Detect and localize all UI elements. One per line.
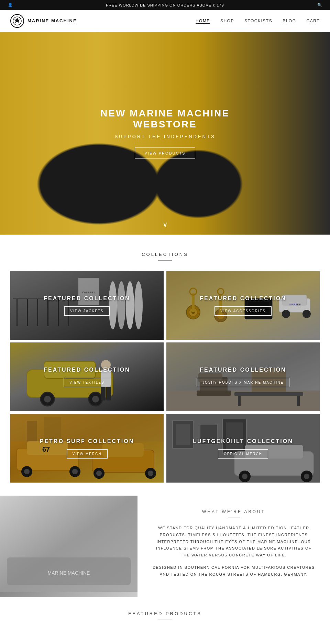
collection-joshy-label: FEATURED COLLECTION <box>200 367 286 373</box>
collection-textiles-label: FEATURED COLLECTION <box>44 367 130 373</box>
collection-jackets-overlay: FEATURED COLLECTION VIEW JACKETS <box>10 271 164 340</box>
collection-textiles-overlay: FEATURED COLLECTION VIEW TEXTILES <box>10 342 164 411</box>
collection-luftge-label: LUFTGEKÜHLT COLLECTION <box>193 438 293 444</box>
view-textiles-button[interactable]: VIEW TEXTILES <box>64 378 110 387</box>
about-photo: MARINE MACHINE <box>0 496 138 592</box>
collections-section: COLLECTIONS <box>0 235 330 493</box>
collection-petro-label: PETRO SURF COLLECTION <box>40 438 134 444</box>
collection-accessories-label: FEATURED COLLECTION <box>200 295 286 302</box>
view-accessories-button[interactable]: VIEW ACCESSORIES <box>214 306 272 316</box>
site-header: MARINE MACHINE HOME SHOP STOCKISTS BLOG … <box>0 10 330 32</box>
collection-joshy[interactable]: FEATURED COLLECTION JOSHY ROBOTS X MARIN… <box>166 342 320 411</box>
about-section: MARINE MACHINE WHAT WE'RE ABOUT WE STAND… <box>0 496 330 597</box>
nav-blog[interactable]: BLOG <box>283 19 296 23</box>
about-image: MARINE MACHINE <box>0 496 138 597</box>
hero-section: NEW MARINE MACHINE WEBSTORE SUPPORT THE … <box>0 32 330 235</box>
collections-divider <box>158 260 172 261</box>
logo-icon <box>10 14 24 28</box>
main-nav: HOME SHOP STOCKISTS BLOG CART <box>196 19 320 24</box>
featured-products-section: FEATURED PRODUCTS <box>0 597 330 637</box>
svg-text:MARINE MACHINE: MARINE MACHINE <box>48 570 90 576</box>
about-para2: DESIGNED IN SOUTHERN CALIFORNIA FOR MULT… <box>151 564 316 578</box>
collections-title: COLLECTIONS <box>10 252 320 257</box>
top-bar: 👤 FREE WORLDWIDE SHIPPING ON ORDERS ABOV… <box>0 0 330 10</box>
collection-petro[interactable]: 67 PETRO SURF COLLECTION VIEW MERCH <box>10 414 164 483</box>
collection-jackets-label: FEATURED COLLECTION <box>44 295 130 302</box>
about-title: WHAT WE'RE ABOUT <box>151 509 316 514</box>
collection-textiles[interactable]: FEATURED COLLECTION VIEW TEXTILES <box>10 342 164 411</box>
logo-area: MARINE MACHINE <box>10 14 77 28</box>
scroll-down-arrow[interactable]: ∨ <box>163 220 168 228</box>
view-jackets-button[interactable]: VIEW JACKETS <box>64 306 109 316</box>
about-divider <box>228 518 240 518</box>
nav-cart[interactable]: CART <box>307 19 320 23</box>
about-para1: WE STAND FOR QUALITY HANDMADE & LIMITED … <box>151 525 316 559</box>
logo-svg <box>12 16 22 26</box>
hero-cta-button[interactable]: VIEW PRODUCTS <box>135 147 196 159</box>
hero-content: NEW MARINE MACHINE WEBSTORE SUPPORT THE … <box>82 108 248 159</box>
collection-luftge[interactable]: LUFTGEKÜHLT COLLECTION OFFICIAL MERCH <box>166 414 320 483</box>
view-merch-button[interactable]: VIEW MERCH <box>67 449 108 459</box>
featured-products-divider <box>158 620 172 620</box>
hero-subtitle: SUPPORT THE INDEPENDENTS <box>82 134 248 139</box>
collection-petro-overlay: PETRO SURF COLLECTION VIEW MERCH <box>10 414 164 483</box>
collection-luftge-overlay: LUFTGEKÜHLT COLLECTION OFFICIAL MERCH <box>166 414 320 483</box>
collection-jackets[interactable]: CARRERA FEATURED COLLECTION VIEW JACKETS <box>10 271 164 340</box>
nav-shop[interactable]: SHOP <box>220 19 234 23</box>
about-content: WHAT WE'RE ABOUT WE STAND FOR QUALITY HA… <box>138 496 330 597</box>
user-icon[interactable]: 👤 <box>7 3 14 7</box>
nav-home[interactable]: HOME <box>196 19 210 24</box>
collection-accessories[interactable]: MARTINI FEATURED COLLECTION VIEW ACCESSO… <box>166 271 320 340</box>
search-icon[interactable]: 🔍 <box>316 3 323 7</box>
featured-products-title: FEATURED PRODUCTS <box>10 611 320 616</box>
nav-stockists[interactable]: STOCKISTS <box>244 19 272 23</box>
view-official-merch-button[interactable]: OFFICIAL MERCH <box>218 449 268 459</box>
view-joshy-button[interactable]: JOSHY ROBOTS X MARINE MACHINE <box>197 378 289 387</box>
logo-text: MARINE MACHINE <box>28 18 77 24</box>
hero-title: NEW MARINE MACHINE WEBSTORE <box>82 108 248 130</box>
collection-accessories-overlay: FEATURED COLLECTION VIEW ACCESSORIES <box>166 271 320 340</box>
collection-joshy-overlay: FEATURED COLLECTION JOSHY ROBOTS X MARIN… <box>166 342 320 411</box>
svg-marker-1 <box>14 18 20 23</box>
collections-grid: CARRERA FEATURED COLLECTION VIEW JACKETS <box>10 271 320 483</box>
shipping-notice: FREE WORLDWIDE SHIPPING ON ORDERS ABOVE … <box>14 3 316 7</box>
